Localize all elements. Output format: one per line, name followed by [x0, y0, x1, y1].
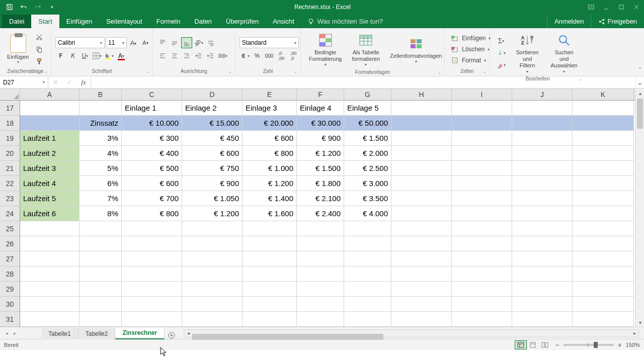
cell-J31[interactable]: [512, 312, 573, 327]
sheet-tab-zinsrechner[interactable]: Zinsrechner: [115, 327, 165, 339]
cell-A21[interactable]: Laufzeit 3: [20, 161, 79, 176]
cell-H26[interactable]: [391, 236, 452, 251]
clear-button[interactable]: ▾: [494, 60, 508, 71]
cell-F27[interactable]: [297, 251, 344, 266]
cell-K30[interactable]: [573, 297, 634, 312]
percent-format-button[interactable]: %: [252, 50, 263, 61]
cell-C31[interactable]: [122, 312, 182, 327]
cell-G25[interactable]: [344, 221, 391, 236]
row-header-19[interactable]: 19: [0, 131, 20, 146]
redo-button[interactable]: [32, 2, 43, 13]
minimize-button[interactable]: [599, 0, 614, 14]
cell-C21[interactable]: € 500: [122, 161, 182, 176]
cell-B24[interactable]: 8%: [79, 206, 122, 221]
cell-J22[interactable]: [512, 176, 573, 191]
cell-G27[interactable]: [344, 251, 391, 266]
cell-B20[interactable]: 4%: [79, 146, 122, 161]
cell-J17[interactable]: [512, 101, 573, 116]
cell-F17[interactable]: Einlage 4: [297, 101, 344, 116]
cell-E22[interactable]: € 1.200: [243, 176, 297, 191]
zoom-level[interactable]: 150%: [626, 342, 640, 348]
cell-C17[interactable]: Einlage 1: [122, 101, 182, 116]
decrease-decimal-button[interactable]: ,00,0: [288, 50, 299, 61]
cell-G31[interactable]: [344, 312, 391, 327]
cell-H19[interactable]: [391, 131, 452, 146]
cell-G17[interactable]: Einlage 5: [344, 101, 391, 116]
align-bottom-button[interactable]: [181, 37, 192, 48]
cell-F20[interactable]: € 1.200: [297, 146, 344, 161]
zoom-slider[interactable]: [564, 344, 614, 346]
cell-K22[interactable]: [573, 176, 634, 191]
cell-H29[interactable]: [391, 282, 452, 297]
autosum-button[interactable]: Σ▾: [494, 36, 508, 47]
collapse-ribbon-button[interactable]: ˆ: [639, 67, 641, 74]
zoom-in-button[interactable]: +: [618, 341, 622, 349]
cell-J27[interactable]: [512, 251, 573, 266]
col-header-D[interactable]: D: [182, 88, 243, 100]
font-color-button[interactable]: A▾: [116, 50, 127, 61]
cell-G21[interactable]: € 2.500: [344, 161, 391, 176]
sheet-nav-next[interactable]: ▸: [11, 329, 18, 338]
col-header-H[interactable]: H: [391, 88, 452, 100]
cell-E17[interactable]: Einlage 3: [243, 101, 297, 116]
decrease-indent-button[interactable]: [193, 50, 204, 61]
tab-formulas[interactable]: Formeln: [149, 15, 188, 28]
cell-J29[interactable]: [512, 282, 573, 297]
cell-I23[interactable]: [452, 191, 512, 206]
cell-I25[interactable]: [452, 221, 512, 236]
vertical-scrollbar[interactable]: ▴ ▾: [635, 88, 644, 327]
cell-H24[interactable]: [391, 206, 452, 221]
cell-K31[interactable]: [573, 312, 634, 327]
name-box[interactable]: D27▾: [0, 76, 48, 88]
cell-G29[interactable]: [344, 282, 391, 297]
hscroll-thumb[interactable]: [192, 334, 383, 340]
cell-B31[interactable]: [79, 312, 122, 327]
cell-J30[interactable]: [512, 297, 573, 312]
cell-K29[interactable]: [573, 282, 634, 297]
row-header-26[interactable]: 26: [0, 236, 20, 251]
cell-H22[interactable]: [391, 176, 452, 191]
cell-E31[interactable]: [243, 312, 297, 327]
cell-I30[interactable]: [452, 297, 512, 312]
ribbon-options-icon[interactable]: [584, 0, 599, 14]
tab-review[interactable]: Überprüfen: [219, 15, 266, 28]
close-button[interactable]: [629, 0, 644, 14]
cut-button[interactable]: [34, 32, 45, 43]
tab-start[interactable]: Start: [31, 15, 59, 28]
cell-A24[interactable]: Laufzeit 6: [20, 206, 79, 221]
conditional-formatting-button[interactable]: Bedingte Formatierung▾: [305, 30, 346, 69]
tab-view[interactable]: Ansicht: [266, 15, 301, 28]
cell-styles-button[interactable]: Zellenformatvorlagen▾: [386, 34, 446, 66]
cell-I21[interactable]: [452, 161, 512, 176]
cell-A28[interactable]: [20, 266, 79, 282]
cell-E20[interactable]: € 800: [243, 146, 297, 161]
cells-format-button[interactable]: Format▾: [449, 55, 493, 65]
spreadsheet-grid[interactable]: 171819202122232425262728293031 ABCDEFGHI…: [0, 88, 644, 327]
signin-button[interactable]: Anmelden: [547, 15, 591, 28]
cell-I22[interactable]: [452, 176, 512, 191]
sheet-tab-tabelle1[interactable]: Tabelle1: [41, 328, 78, 339]
cell-H23[interactable]: [391, 191, 452, 206]
cell-A22[interactable]: Laufzeit 4: [20, 176, 79, 191]
cell-G22[interactable]: € 3.000: [344, 176, 391, 191]
row-header-27[interactable]: 27: [0, 251, 20, 266]
cell-E24[interactable]: € 1.600: [243, 206, 297, 221]
cell-K23[interactable]: [573, 191, 634, 206]
decrease-font-button[interactable]: A▾: [140, 37, 151, 48]
cell-K17[interactable]: [573, 101, 634, 116]
cell-B29[interactable]: [79, 282, 122, 297]
cell-B30[interactable]: [79, 297, 122, 312]
cell-D20[interactable]: € 600: [182, 146, 243, 161]
cell-I26[interactable]: [452, 236, 512, 251]
bold-button[interactable]: F: [55, 50, 66, 61]
cell-D19[interactable]: € 450: [182, 131, 243, 146]
cell-B19[interactable]: 3%: [79, 131, 122, 146]
col-header-F[interactable]: F: [297, 88, 344, 100]
col-header-I[interactable]: I: [452, 88, 512, 100]
cell-H28[interactable]: [391, 266, 452, 282]
thousands-format-button[interactable]: 000: [264, 50, 275, 61]
cell-E19[interactable]: € 600: [243, 131, 297, 146]
increase-indent-button[interactable]: [205, 50, 216, 61]
add-sheet-button[interactable]: [165, 331, 179, 339]
cell-B21[interactable]: 5%: [79, 161, 122, 176]
